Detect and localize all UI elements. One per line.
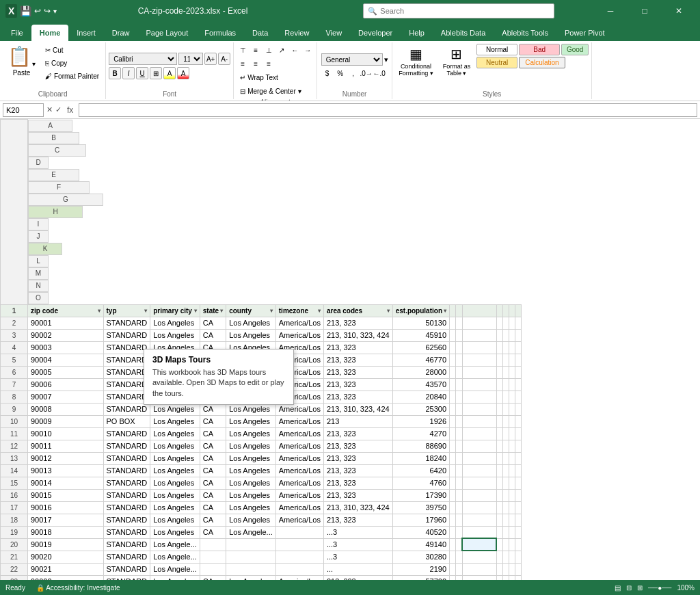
empty-col[interactable] (509, 329, 515, 341)
italic-button[interactable]: I (122, 67, 135, 79)
empty-col[interactable] (450, 329, 456, 341)
empty-col[interactable] (450, 304, 456, 317)
cell-est-population[interactable]: 4760 (392, 477, 449, 489)
cell-zip-code[interactable]: 90020 (28, 551, 104, 563)
empty-col[interactable] (456, 304, 463, 317)
col-k-cell[interactable] (462, 366, 496, 378)
row-number[interactable]: 19 (1, 526, 28, 538)
empty-col[interactable] (503, 477, 509, 489)
empty-col[interactable] (509, 538, 515, 551)
cell-type[interactable]: STANDARD (103, 427, 150, 440)
empty-col[interactable] (450, 526, 456, 538)
redo-icon[interactable]: ↪ (44, 6, 51, 16)
number-format-selector[interactable]: General (321, 53, 383, 66)
cell-type[interactable]: STANDARD (103, 538, 150, 551)
row-number[interactable]: 7 (1, 378, 28, 391)
col-k-cell[interactable] (462, 526, 496, 538)
cell-state[interactable]: CA (200, 452, 226, 464)
cell-primary-city[interactable]: Los Angeles (150, 329, 200, 341)
cell-zip-code[interactable]: 90009 (28, 415, 104, 427)
cell-area-codes[interactable]: 213, 323 (323, 575, 392, 580)
cell-state[interactable]: CA (200, 427, 226, 440)
cell-area-codes[interactable]: 213, 323 (323, 378, 392, 391)
empty-col[interactable] (509, 391, 515, 403)
row-number[interactable]: 15 (1, 477, 28, 489)
empty-col[interactable] (509, 514, 515, 526)
row-number[interactable]: 14 (1, 464, 28, 477)
empty-col[interactable] (450, 477, 456, 489)
cell-state[interactable] (200, 538, 226, 551)
cell-timezone[interactable]: America/Los (275, 440, 323, 452)
col-k-cell[interactable] (462, 403, 496, 415)
empty-col[interactable] (450, 551, 456, 563)
cell-zip-code[interactable]: 90006 (28, 378, 104, 391)
cell-est-population[interactable]: 20840 (392, 391, 449, 403)
empty-col[interactable] (515, 489, 522, 501)
col-k-cell[interactable] (462, 329, 496, 341)
empty-col[interactable] (503, 526, 509, 538)
cell-county[interactable]: Los Angeles (226, 501, 276, 514)
col-header-k[interactable]: K (28, 243, 62, 255)
cell-timezone[interactable]: America/Los (275, 317, 323, 329)
row-number[interactable]: 21 (1, 551, 28, 563)
cell-primary-city[interactable]: Los Angeles (150, 526, 200, 538)
empty-col[interactable] (503, 415, 509, 427)
cell-area-codes[interactable]: 213, 323 (323, 317, 392, 329)
cell-county[interactable]: Los Angeles (226, 514, 276, 526)
cell-est-population[interactable]: 25300 (392, 403, 449, 415)
empty-col[interactable] (509, 366, 515, 378)
cell-zip-code[interactable]: 90012 (28, 452, 104, 464)
cell-primary-city[interactable]: Los Angeles (150, 464, 200, 477)
tab-power-pivot[interactable]: Power Pivot (556, 25, 613, 41)
empty-col[interactable] (450, 464, 456, 477)
calculation-style-button[interactable]: Calculation (519, 57, 565, 68)
col-k-cell[interactable] (462, 563, 496, 575)
row-number[interactable]: 17 (1, 501, 28, 514)
grid-body[interactable]: A B C D E F G H I J K L M N O 1 (0, 119, 700, 580)
empty-col[interactable] (450, 391, 456, 403)
empty-col[interactable] (515, 538, 522, 551)
cell-area-codes[interactable]: 213, 323 (323, 514, 392, 526)
cell-area-codes[interactable]: 213, 323 (323, 464, 392, 477)
empty-col[interactable] (496, 551, 503, 563)
empty-col[interactable] (450, 378, 456, 391)
cell-state[interactable] (200, 563, 226, 575)
minimize-button[interactable]: ─ (595, 0, 626, 22)
empty-col[interactable] (456, 526, 463, 538)
cell-primary-city[interactable]: Los Angeles (150, 440, 200, 452)
empty-col[interactable] (503, 563, 509, 575)
col-header-i[interactable]: I (28, 218, 49, 230)
cell-timezone[interactable] (275, 538, 323, 551)
col-k-cell[interactable] (462, 304, 496, 317)
empty-col[interactable] (509, 551, 515, 563)
empty-col[interactable] (515, 329, 522, 341)
cell-type[interactable]: STANDARD (103, 551, 150, 563)
tab-draw[interactable]: Draw (104, 25, 138, 41)
cell-primary-city[interactable]: Los Angele... (150, 551, 200, 563)
empty-col[interactable] (456, 427, 463, 440)
empty-col[interactable] (503, 489, 509, 501)
row-number[interactable]: 8 (1, 391, 28, 403)
normal-style-button[interactable]: Normal (476, 44, 517, 55)
row-number[interactable]: 3 (1, 329, 28, 341)
align-center-button[interactable]: ≡ (250, 57, 262, 70)
empty-col[interactable] (515, 477, 522, 489)
col-k-cell[interactable] (462, 477, 496, 489)
align-bottom-button[interactable]: ⊥ (262, 44, 275, 56)
tab-data[interactable]: Data (244, 25, 276, 41)
cell-zip-code[interactable]: 90013 (28, 464, 104, 477)
empty-col[interactable] (496, 452, 503, 464)
row-number[interactable]: 2 (1, 317, 28, 329)
empty-col[interactable] (496, 538, 503, 551)
empty-col[interactable] (456, 464, 463, 477)
customize-icon[interactable]: ▾ (53, 8, 57, 15)
cell-county[interactable]: Los Angeles (226, 440, 276, 452)
cell-county[interactable]: Los Angeles (226, 415, 276, 427)
cell-type[interactable]: STANDARD (103, 489, 150, 501)
empty-col[interactable] (509, 526, 515, 538)
cell-type[interactable]: STANDARD (103, 563, 150, 575)
cell-timezone[interactable]: timezone▾ (275, 304, 323, 317)
empty-col[interactable] (515, 551, 522, 563)
cell-timezone[interactable]: America/Los (275, 501, 323, 514)
empty-col[interactable] (496, 415, 503, 427)
